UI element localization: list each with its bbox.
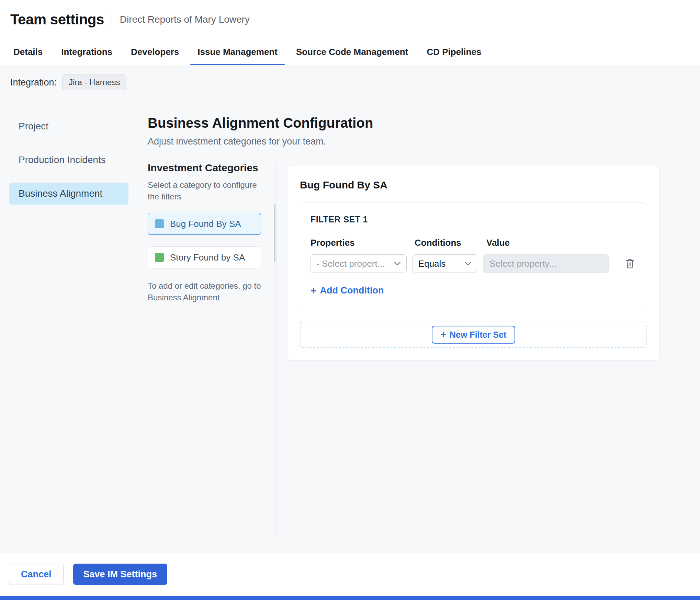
chevron-down-icon xyxy=(464,261,471,266)
bottom-accent-bar xyxy=(0,596,700,600)
title-divider xyxy=(112,12,112,27)
integration-row: Integration: Jira - Harness xyxy=(0,65,700,100)
new-filter-set-zone: + New Filter Set xyxy=(300,322,647,348)
category-color-swatch xyxy=(155,219,164,228)
tab-issue-management[interactable]: Issue Management xyxy=(188,39,287,65)
tab-bar: Details Integrations Developers Issue Ma… xyxy=(0,39,700,65)
page-header: Team settings Direct Reports of Mary Low… xyxy=(0,0,700,39)
tab-integrations[interactable]: Integrations xyxy=(52,39,122,65)
properties-select[interactable]: - Select propert... xyxy=(311,254,407,273)
properties-column-label: Properties xyxy=(311,238,409,248)
new-filter-set-button[interactable]: + New Filter Set xyxy=(432,326,516,344)
cancel-button[interactable]: Cancel xyxy=(9,564,64,585)
section-title: Business Alignment Configuration xyxy=(148,115,700,131)
page-title: Team settings xyxy=(10,11,104,28)
category-bug-found-by-sa[interactable]: Bug Found By SA xyxy=(148,213,261,235)
sidebar-item-project[interactable]: Project xyxy=(9,115,128,137)
add-condition-button[interactable]: + Add Condition xyxy=(311,285,384,296)
category-footnote: To add or edit categories, go to Busines… xyxy=(148,280,261,303)
conditions-select[interactable]: Equals xyxy=(413,254,477,273)
filter-set-title: FILTER SET 1 xyxy=(311,215,636,224)
conditions-column-label: Conditions xyxy=(415,238,481,248)
category-label: Bug Found By SA xyxy=(170,219,241,229)
filter-set-1: FILTER SET 1 Properties Conditions Value… xyxy=(300,203,647,309)
team-settings-page: Team settings Direct Reports of Mary Low… xyxy=(0,0,700,600)
value-input[interactable] xyxy=(483,254,609,273)
new-filter-set-label: New Filter Set xyxy=(450,330,506,340)
plus-icon: + xyxy=(311,286,317,296)
properties-select-value: - Select propert... xyxy=(316,258,385,269)
settings-sidebar: Project Production Incidents Business Al… xyxy=(0,100,137,538)
tab-source-code-management[interactable]: Source Code Management xyxy=(287,39,418,65)
section-subtitle: Adjust investment categories for your te… xyxy=(148,136,700,147)
investment-categories-column: Investment Categories Select a category … xyxy=(148,162,276,538)
main-panel: Business Alignment Configuration Adjust … xyxy=(137,100,700,538)
panel-scroll-divider xyxy=(670,152,670,538)
sidebar-item-business-alignment[interactable]: Business Alignment xyxy=(9,183,128,205)
tab-developers[interactable]: Developers xyxy=(122,39,188,65)
integration-label: Integration: xyxy=(10,77,57,88)
delete-condition-button[interactable] xyxy=(623,256,636,271)
page-subtitle: Direct Reports of Mary Lowery xyxy=(120,14,250,25)
category-color-swatch xyxy=(155,253,164,262)
tab-details[interactable]: Details xyxy=(4,39,52,65)
trash-icon xyxy=(625,258,635,269)
filter-column-labels: Properties Conditions Value xyxy=(311,238,636,248)
category-config-card: Bug Found By SA FILTER SET 1 Properties … xyxy=(287,165,660,360)
condition-row: - Select propert... Equals xyxy=(311,254,636,273)
add-condition-label: Add Condition xyxy=(320,285,384,296)
conditions-select-value: Equals xyxy=(418,258,446,269)
investment-categories-title: Investment Categories xyxy=(148,162,271,174)
save-im-settings-button[interactable]: Save IM Settings xyxy=(73,564,168,585)
value-column-label: Value xyxy=(486,238,612,248)
category-label: Story Found by SA xyxy=(170,252,245,263)
scrollbar-track[interactable] xyxy=(682,152,682,538)
plus-icon: + xyxy=(441,330,446,339)
footer-action-bar: Cancel Save IM Settings xyxy=(0,553,700,596)
category-list: Bug Found By SA Story Found by SA xyxy=(148,213,271,268)
sidebar-item-production-incidents[interactable]: Production Incidents xyxy=(9,149,128,171)
tab-cd-pipelines[interactable]: CD Pipelines xyxy=(417,39,490,65)
content-area: Project Production Incidents Business Al… xyxy=(0,100,700,538)
config-card-title: Bug Found By SA xyxy=(300,179,647,191)
category-scrollbar-thumb[interactable] xyxy=(274,204,275,262)
content-bottom-spacer xyxy=(0,538,700,553)
chevron-down-icon xyxy=(394,261,401,266)
category-story-found-by-sa[interactable]: Story Found by SA xyxy=(148,246,261,268)
investment-categories-helper: Select a category to configure the filte… xyxy=(148,179,264,203)
integration-chip: Jira - Harness xyxy=(62,74,126,90)
filter-configuration-column: Bug Found By SA FILTER SET 1 Properties … xyxy=(276,162,700,538)
